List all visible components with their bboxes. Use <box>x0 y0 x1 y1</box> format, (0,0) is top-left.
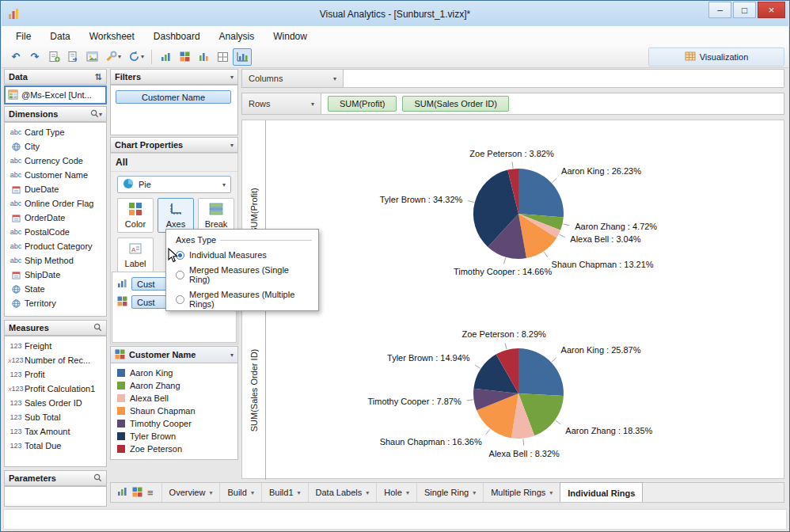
chevron-down-icon[interactable]: ▾ <box>549 489 553 496</box>
chart-view-icon[interactable] <box>117 487 127 498</box>
menu-item-data[interactable]: Data <box>40 28 79 45</box>
tab-multiple-rings[interactable]: Multiple Rings▾ <box>484 483 560 502</box>
maximize-button[interactable]: □ <box>733 2 756 18</box>
menu-item-file[interactable]: File <box>6 28 40 45</box>
chevron-down-icon[interactable]: ▾ <box>406 489 409 496</box>
tab-individual-rings[interactable]: Individual Rings <box>560 482 643 502</box>
pie-slice-aaron-king[interactable] <box>518 169 564 217</box>
chevron-down-icon[interactable]: ▾ <box>230 142 234 149</box>
chevron-down-icon[interactable]: ▾ <box>366 489 369 496</box>
dimension-shipdate[interactable]: ShipDate <box>5 268 106 282</box>
tools-dropdown-icon[interactable]: ▾ <box>118 53 124 60</box>
menu-item-window[interactable]: Window <box>264 28 317 45</box>
undo-icon[interactable]: ↶ <box>7 49 25 65</box>
measure-number-of-rec[interactable]: x123Number of Rec... <box>5 353 106 367</box>
data-source-item[interactable]: @Ms-Excel [Unt... <box>4 86 107 104</box>
dimension-currency-code[interactable]: abcCurrency Code <box>5 154 106 168</box>
chevron-down-icon[interactable]: ▾ <box>230 74 234 81</box>
search-icon[interactable] <box>93 323 102 333</box>
dimension-city[interactable]: City <box>5 139 106 154</box>
radio-merged-measures-multiple-rings[interactable]: Merged Measures (Multiple Rings) <box>166 287 318 311</box>
dimension-online-order-flag[interactable]: abcOnline Order Flag <box>5 196 106 211</box>
chevron-down-icon[interactable]: ▾ <box>209 489 212 496</box>
legend-item-shaun-chapman[interactable]: Shaun Chapman <box>111 405 237 417</box>
grid-view-icon[interactable] <box>132 487 142 499</box>
tab-hole[interactable]: Hole▾ <box>377 483 417 502</box>
titlebar[interactable]: Visual Analytics - [Sunburst_1.vizx]* – … <box>2 2 788 26</box>
search-icon[interactable] <box>90 109 99 120</box>
search-icon[interactable] <box>93 473 102 484</box>
image-icon[interactable] <box>83 49 101 65</box>
refresh-icon[interactable] <box>125 49 142 65</box>
tab-build[interactable]: Build▾ <box>220 483 261 502</box>
row-pill-sum-profit[interactable]: SUM(Profit) <box>328 96 397 112</box>
filters-header[interactable]: Filters ▾ <box>110 69 238 85</box>
chevron-down-icon[interactable]: ▾ <box>230 352 234 359</box>
refresh-dropdown-icon[interactable]: ▾ <box>141 53 147 60</box>
columns-shelf-label[interactable]: Columns ▾ <box>242 70 344 87</box>
filter-pill-customer-name[interactable]: Customer Name <box>116 90 231 104</box>
rows-drop-area[interactable]: SUM(Profit)SUM(Sales Order ID) <box>321 93 784 114</box>
chevron-down-icon[interactable]: ▾ <box>311 101 314 108</box>
tab-single-ring[interactable]: Single Ring▾ <box>417 483 484 502</box>
dimension-customer-name[interactable]: abcCustomer Name <box>5 168 106 182</box>
pie-slice-aaron-king[interactable] <box>518 348 564 396</box>
tools-icon[interactable] <box>102 49 120 65</box>
chevron-down-icon[interactable]: ▾ <box>333 75 336 82</box>
assignment-pill[interactable]: Cust <box>131 295 168 309</box>
dimension-postalcode[interactable]: abcPostalCode <box>5 225 106 239</box>
column-chart-icon[interactable] <box>195 49 212 65</box>
legend-item-tyler-brown[interactable]: Tyler Brown <box>111 430 237 443</box>
legend-item-zoe-peterson[interactable]: Zoe Peterson <box>111 443 237 455</box>
close-button[interactable]: × <box>758 2 785 18</box>
break-button[interactable]: Break <box>198 198 234 233</box>
tab-data-labels[interactable]: Data Labels▾ <box>309 483 378 502</box>
menu-item-analysis[interactable]: Analysis <box>210 28 264 45</box>
chart-properties-header[interactable]: Chart Properties ▾ <box>110 137 238 153</box>
assignment-pill[interactable]: Cust <box>131 277 168 291</box>
dimensions-header[interactable]: Dimensions ▾ <box>4 106 107 122</box>
rows-shelf-label[interactable]: Rows ▾ <box>242 93 321 114</box>
plot-area[interactable]: Aaron King : 25.87%Aaron Zhang : 18.35%A… <box>266 300 784 480</box>
chevron-down-icon[interactable]: ▾ <box>473 489 476 496</box>
legend-header[interactable]: Customer Name ▾ <box>110 346 238 363</box>
export-icon[interactable] <box>64 49 82 65</box>
measure-sales-order-id[interactable]: 123Sales Order ID <box>5 396 106 410</box>
new-worksheet-icon[interactable] <box>45 49 63 65</box>
visualization-panel-toggle[interactable]: Visualization <box>648 48 784 66</box>
bar-chart-icon[interactable] <box>157 49 174 65</box>
measure-profit[interactable]: 123Profit <box>5 367 106 382</box>
axes-button[interactable]: Axes <box>158 198 194 233</box>
grid-chart-icon[interactable] <box>176 49 193 65</box>
legend-item-timothy-cooper[interactable]: Timothy Cooper <box>111 417 237 430</box>
dimension-duedate[interactable]: DueDate <box>5 182 106 196</box>
columns-drop-area[interactable] <box>344 70 784 87</box>
measure-sub-total[interactable]: 123Sub Total <box>5 410 106 424</box>
legend-item-aaron-king[interactable]: Aaron King <box>111 367 237 379</box>
minimize-button[interactable]: – <box>708 2 731 18</box>
tab-build1[interactable]: Build1▾ <box>262 483 309 502</box>
dimension-state[interactable]: State <box>5 282 106 296</box>
measure-freight[interactable]: 123Freight <box>5 339 106 353</box>
chevron-down-icon[interactable]: ▾ <box>251 489 254 496</box>
label-button[interactable]: A Label <box>117 238 154 272</box>
dimension-orderdate[interactable]: OrderDate <box>5 211 106 225</box>
dimension-product-category[interactable]: abcProduct Category <box>5 239 106 253</box>
tab-overview[interactable]: Overview▾ <box>162 483 221 502</box>
measure-tax-amount[interactable]: 123Tax Amount <box>5 424 106 439</box>
data-panel-header[interactable]: Data ⇅ <box>4 69 107 85</box>
radio-icon[interactable] <box>176 295 184 304</box>
menu-item-dashboard[interactable]: Dashboard <box>144 28 210 45</box>
legend-item-alexa-bell[interactable]: Alexa Bell <box>111 392 237 405</box>
radio-icon[interactable] <box>176 271 184 279</box>
radio-individual-measures[interactable]: Individual Measures <box>166 247 318 262</box>
sort-icon[interactable]: ⇅ <box>95 72 102 82</box>
layout-icon[interactable] <box>214 49 231 65</box>
menu-item-worksheet[interactable]: Worksheet <box>80 28 144 45</box>
list-view-icon[interactable]: ≡ <box>147 487 154 499</box>
chart-type-select[interactable]: Pie ▾ <box>117 176 231 193</box>
color-button[interactable]: Color <box>117 198 154 233</box>
chevron-down-icon[interactable]: ▾ <box>99 111 102 118</box>
dimension-territory[interactable]: Territory <box>5 296 106 310</box>
chevron-down-icon[interactable]: ▾ <box>298 489 301 496</box>
